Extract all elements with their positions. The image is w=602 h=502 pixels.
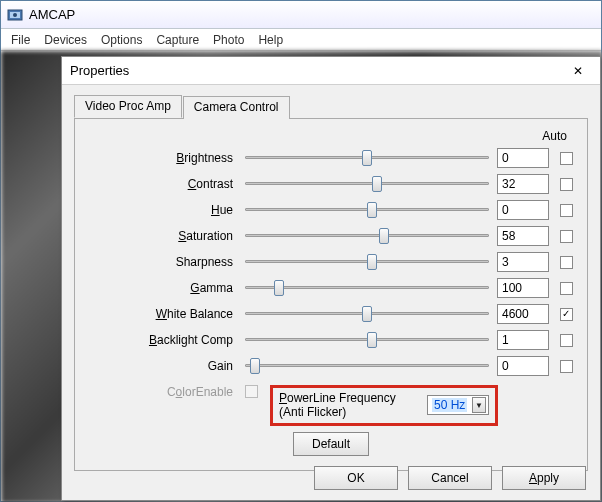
app-icon: [7, 7, 23, 23]
value-4: [497, 252, 549, 272]
auto-checkbox-6[interactable]: ✓: [560, 308, 573, 321]
label-6: White Balance: [87, 307, 237, 321]
dropdown-arrow-icon[interactable]: ▼: [472, 397, 486, 413]
slider-3[interactable]: [245, 226, 489, 246]
value-3: [497, 226, 549, 246]
auto-8: [557, 360, 575, 373]
slider-8[interactable]: [245, 356, 489, 376]
auto-checkbox-4[interactable]: [560, 256, 573, 269]
dialog-footer: OK Cancel Apply: [314, 466, 586, 490]
menu-help[interactable]: Help: [258, 33, 283, 47]
tab-video-proc-amp[interactable]: Video Proc Amp: [74, 95, 182, 118]
value-2: [497, 200, 549, 220]
ok-button[interactable]: OK: [314, 466, 398, 490]
auto-2: [557, 204, 575, 217]
label-0: Brightness: [87, 151, 237, 165]
menu-capture[interactable]: Capture: [156, 33, 199, 47]
auto-4: [557, 256, 575, 269]
default-row: Default: [87, 431, 575, 457]
row-backlight-comp: Backlight Comp: [87, 327, 575, 353]
auto-0: [557, 152, 575, 165]
cancel-button[interactable]: Cancel: [408, 466, 492, 490]
auto-checkbox-1[interactable]: [560, 178, 573, 191]
close-button[interactable]: ✕: [564, 61, 592, 81]
row-hue: Hue: [87, 197, 575, 223]
powerline-selected: 50 Hz: [432, 398, 467, 412]
value-6: [497, 304, 549, 324]
color-power-row: ColorEnable PowerLine Frequency(Anti Fli…: [87, 385, 575, 423]
auto-6: ✓: [557, 308, 575, 321]
dialog-title: Properties: [70, 63, 129, 78]
main-titlebar: AMCAP: [1, 1, 601, 29]
powerline-highlight: PowerLine Frequency(Anti Flicker) 50 Hz …: [270, 385, 498, 426]
menu-devices[interactable]: Devices: [44, 33, 87, 47]
slider-7[interactable]: [245, 330, 489, 350]
apply-button[interactable]: Apply: [502, 466, 586, 490]
slider-5[interactable]: [245, 278, 489, 298]
dialog-titlebar[interactable]: Properties ✕: [62, 57, 600, 85]
label-4: Sharpness: [87, 255, 237, 269]
value-input-0[interactable]: [497, 148, 549, 168]
menu-photo[interactable]: Photo: [213, 33, 244, 47]
value-1: [497, 174, 549, 194]
value-input-2[interactable]: [497, 200, 549, 220]
value-7: [497, 330, 549, 350]
label-1: Contrast: [87, 177, 237, 191]
slider-4[interactable]: [245, 252, 489, 272]
auto-header: Auto: [87, 129, 575, 143]
colorenable-label: ColorEnable: [87, 385, 237, 399]
value-0: [497, 148, 549, 168]
auto-checkbox-3[interactable]: [560, 230, 573, 243]
row-white-balance: White Balance✓: [87, 301, 575, 327]
menu-file[interactable]: File: [11, 33, 30, 47]
label-3: Saturation: [87, 229, 237, 243]
slider-1[interactable]: [245, 174, 489, 194]
value-5: [497, 278, 549, 298]
powerline-select[interactable]: 50 Hz ▼: [427, 395, 489, 415]
value-input-7[interactable]: [497, 330, 549, 350]
auto-checkbox-0[interactable]: [560, 152, 573, 165]
powerline-label: PowerLine Frequency(Anti Flicker): [279, 391, 419, 420]
app-title: AMCAP: [29, 7, 75, 22]
auto-checkbox-8[interactable]: [560, 360, 573, 373]
tabbar: Video Proc Amp Camera Control: [74, 95, 588, 119]
main-window: AMCAP File Devices Options Capture Photo…: [0, 0, 602, 502]
auto-5: [557, 282, 575, 295]
menu-options[interactable]: Options: [101, 33, 142, 47]
menubar: File Devices Options Capture Photo Help: [1, 29, 601, 51]
colorenable-checkbox: [245, 385, 258, 398]
value-8: [497, 356, 549, 376]
value-input-6[interactable]: [497, 304, 549, 324]
row-contrast: Contrast: [87, 171, 575, 197]
label-2: Hue: [87, 203, 237, 217]
value-input-3[interactable]: [497, 226, 549, 246]
svg-point-2: [13, 13, 17, 17]
auto-checkbox-2[interactable]: [560, 204, 573, 217]
label-8: Gain: [87, 359, 237, 373]
auto-1: [557, 178, 575, 191]
tab-camera-control[interactable]: Camera Control: [183, 96, 290, 119]
label-5: Gamma: [87, 281, 237, 295]
row-brightness: Brightness: [87, 145, 575, 171]
row-saturation: Saturation: [87, 223, 575, 249]
auto-checkbox-7[interactable]: [560, 334, 573, 347]
properties-dialog: Properties ✕ Video Proc Amp Camera Contr…: [61, 56, 601, 501]
row-gamma: Gamma: [87, 275, 575, 301]
row-gain: Gain: [87, 353, 575, 379]
value-input-4[interactable]: [497, 252, 549, 272]
tab-content: Auto BrightnessContrastHueSaturationShar…: [74, 119, 588, 471]
close-icon: ✕: [573, 64, 583, 78]
value-input-1[interactable]: [497, 174, 549, 194]
slider-0[interactable]: [245, 148, 489, 168]
default-button[interactable]: Default: [293, 432, 369, 456]
value-input-8[interactable]: [497, 356, 549, 376]
dialog-body: Video Proc Amp Camera Control Auto Brigh…: [62, 85, 600, 479]
slider-6[interactable]: [245, 304, 489, 324]
auto-7: [557, 334, 575, 347]
auto-checkbox-5[interactable]: [560, 282, 573, 295]
row-sharpness: Sharpness: [87, 249, 575, 275]
slider-2[interactable]: [245, 200, 489, 220]
value-input-5[interactable]: [497, 278, 549, 298]
auto-3: [557, 230, 575, 243]
label-7: Backlight Comp: [87, 333, 237, 347]
